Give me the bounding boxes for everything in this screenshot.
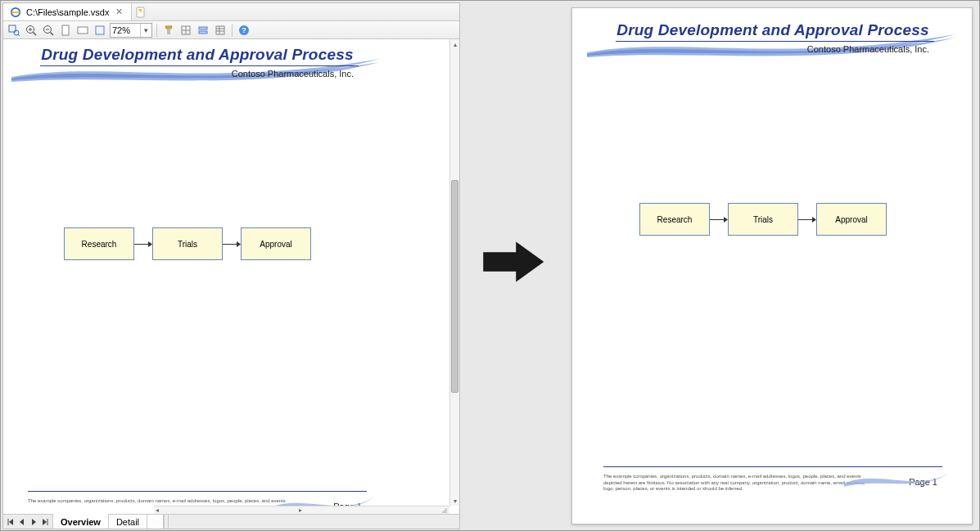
- zoom-input[interactable]: [111, 25, 140, 35]
- svg-line-6: [34, 32, 37, 35]
- page-tab-detail[interactable]: Detail: [109, 515, 147, 529]
- canvas-viewport[interactable]: Drug Development and Approval Process Co…: [3, 39, 449, 506]
- flow-connector: [710, 219, 728, 220]
- grid-icon: [215, 25, 226, 36]
- page-nav-buttons: [3, 515, 53, 529]
- svg-rect-12: [62, 25, 69, 35]
- zoom-region-icon: [8, 25, 20, 36]
- svg-rect-13: [78, 27, 88, 34]
- svg-point-38: [445, 511, 447, 513]
- properties-button[interactable]: [161, 23, 176, 38]
- footer-rule: [28, 491, 367, 492]
- svg-marker-43: [43, 519, 47, 525]
- page-tab-blank[interactable]: [147, 515, 164, 529]
- svg-line-4: [18, 34, 20, 36]
- vertical-scrollbar[interactable]: ▴ ▾: [449, 39, 459, 506]
- comments-button[interactable]: [196, 23, 210, 38]
- scroll-up-button[interactable]: ▴: [450, 39, 459, 49]
- prev-page-button[interactable]: [17, 517, 27, 527]
- workarea: Drug Development and Approval Process Co…: [3, 39, 459, 514]
- svg-line-10: [51, 32, 54, 35]
- svg-rect-22: [199, 31, 207, 34]
- flow-connector: [223, 244, 241, 245]
- fit-width-button[interactable]: [75, 23, 90, 38]
- footer-rule: [603, 466, 942, 467]
- zoom-in-icon: [25, 25, 37, 36]
- disclaimer-text: The example companies, organizations, pr…: [603, 474, 865, 492]
- pan-button[interactable]: [93, 23, 107, 38]
- help-icon: ?: [238, 25, 250, 36]
- page-title: Drug Development and Approval Process: [3, 46, 391, 64]
- svg-marker-30: [148, 241, 152, 247]
- layers-icon: [180, 25, 192, 36]
- first-page-button[interactable]: [6, 517, 16, 527]
- page-tabstrip: Overview Detail: [3, 514, 459, 529]
- toolbar: ▾ ?: [3, 21, 459, 39]
- svg-point-36: [442, 511, 444, 513]
- zoom-region-button[interactable]: [7, 23, 21, 38]
- zoom-in-button[interactable]: [24, 23, 38, 38]
- scroll-down-button[interactable]: ▾: [450, 496, 459, 506]
- flow-connector: [798, 219, 816, 220]
- next-page-button[interactable]: [29, 517, 38, 527]
- svg-marker-32: [237, 241, 241, 247]
- zoom-out-icon: [43, 25, 54, 36]
- svg-point-37: [444, 511, 445, 513]
- tabstrip-splitter[interactable]: [164, 515, 169, 529]
- flow-connector: [134, 244, 152, 245]
- hand-icon: [94, 25, 106, 36]
- new-tab-button[interactable]: [132, 3, 150, 20]
- page-footer: The example companies, organizations, pr…: [603, 474, 942, 492]
- ie-icon: [10, 7, 21, 18]
- svg-marker-48: [724, 217, 728, 223]
- svg-marker-42: [32, 519, 36, 525]
- svg-text:?: ?: [242, 26, 246, 34]
- scroll-left-button[interactable]: ◂: [156, 506, 159, 514]
- help-button[interactable]: ?: [237, 23, 251, 38]
- toolbar-separator: [232, 24, 233, 37]
- fit-page-button[interactable]: [58, 23, 73, 38]
- svg-marker-50: [812, 217, 816, 223]
- document-page: Drug Development and Approval Process Co…: [3, 39, 391, 506]
- flow-node-research[interactable]: Research: [64, 227, 134, 260]
- output-preview: Drug Development and Approval Process Co…: [571, 7, 973, 524]
- zoom-out-button[interactable]: [41, 23, 56, 38]
- scroll-right-button[interactable]: ▸: [299, 506, 302, 514]
- document-page: Drug Development and Approval Process Co…: [579, 15, 967, 502]
- page-subtitle: Contoso Pharmaceuticals, Inc.: [807, 44, 929, 54]
- document-tabstrip: C:\Files\sample.vsdx ✕: [3, 3, 459, 21]
- flowchart: Research Trials Approval: [639, 203, 887, 236]
- document-tab[interactable]: C:\Files\sample.vsdx ✕: [3, 3, 132, 20]
- resize-grip-icon[interactable]: [441, 507, 448, 514]
- scroll-thumb[interactable]: [451, 180, 458, 393]
- horizontal-scrollbar[interactable]: ◂ ▸: [154, 506, 449, 514]
- svg-point-33: [445, 508, 447, 510]
- new-doc-icon: [135, 7, 147, 18]
- svg-rect-14: [96, 26, 104, 34]
- viewer-app: C:\Files\sample.vsdx ✕ ▾ ?: [2, 2, 460, 529]
- svg-marker-40: [9, 519, 13, 525]
- fit-page-icon: [60, 25, 71, 36]
- svg-point-34: [444, 510, 445, 511]
- shape-data-button[interactable]: [213, 23, 228, 38]
- conversion-arrow-icon: [481, 240, 546, 284]
- flow-node-approval[interactable]: Approval: [241, 227, 311, 260]
- page-footer: The example companies, organizations, pr…: [28, 498, 367, 506]
- svg-marker-45: [484, 243, 543, 281]
- flowchart: Research Trials Approval: [64, 227, 311, 260]
- svg-point-35: [445, 510, 447, 511]
- page-title: Drug Development and Approval Process: [579, 21, 967, 39]
- close-tab-button[interactable]: ✕: [114, 7, 124, 17]
- zoom-combo[interactable]: ▾: [110, 23, 152, 38]
- page-tab-overview[interactable]: Overview: [53, 515, 109, 529]
- page-number: Page 1: [909, 477, 937, 487]
- last-page-button[interactable]: [40, 517, 50, 527]
- flow-node-research: Research: [639, 203, 710, 236]
- flow-node-trials[interactable]: Trials: [152, 227, 223, 260]
- scroll-track[interactable]: [450, 49, 459, 496]
- properties-icon: [163, 25, 174, 36]
- comments-icon: [197, 25, 209, 36]
- layers-button[interactable]: [178, 23, 193, 38]
- document-tab-title: C:\Files\sample.vsdx: [26, 7, 109, 17]
- chevron-down-icon[interactable]: ▾: [140, 24, 151, 37]
